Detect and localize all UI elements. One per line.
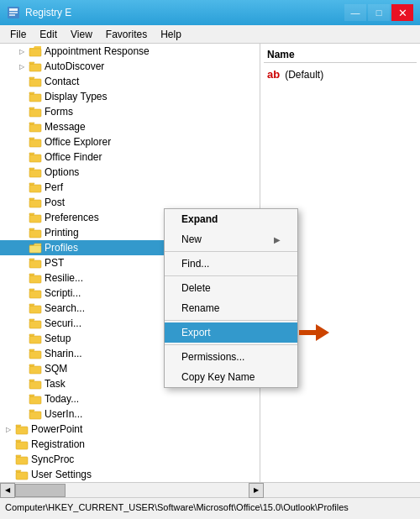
svg-rect-25 <box>29 366 41 374</box>
folder-icon <box>29 45 42 57</box>
expand-icon: ▷ <box>17 61 27 71</box>
svg-rect-7 <box>29 94 41 102</box>
svg-rect-3 <box>9 14 15 16</box>
tree-item-user-settings[interactable]: ▷ User Settings <box>0 467 260 482</box>
folder-icon <box>15 438 29 450</box>
svg-rect-9 <box>29 124 41 132</box>
folder-icon <box>29 348 42 359</box>
expand-icon: ▷ <box>17 46 27 56</box>
submenu-arrow: ▶ <box>274 235 281 244</box>
status-text: Computer\HKEY_CURRENT_USER\Software\Micr… <box>5 502 349 512</box>
minimize-button[interactable]: — <box>344 4 366 21</box>
tree-item-office-explorer[interactable]: ▷ Office Explorer <box>0 134 260 149</box>
svg-rect-8 <box>29 109 41 117</box>
tree-item-contact[interactable]: ▷ Contact <box>0 74 260 89</box>
folder-icon <box>29 257 42 269</box>
folder-icon <box>29 60 42 72</box>
title-text: Registry E <box>25 7 71 18</box>
title-bar-left: Registry E <box>7 6 71 19</box>
scroll-left-btn[interactable]: ◀ <box>0 483 15 498</box>
svg-rect-19 <box>29 275 41 283</box>
svg-rect-31 <box>16 457 28 464</box>
folder-icon <box>29 121 42 133</box>
svg-rect-13 <box>29 185 41 192</box>
svg-rect-15 <box>29 215 41 223</box>
tree-item-message[interactable]: ▷ Message <box>0 119 260 134</box>
folder-icon <box>29 272 42 284</box>
right-panel-header: Name <box>264 47 417 63</box>
folder-icon <box>29 181 42 193</box>
tree-label: Registration <box>31 438 85 450</box>
tree-label: Printing <box>45 227 79 239</box>
ctx-item-new[interactable]: New ▶ <box>165 229 297 249</box>
folder-icon <box>29 91 42 102</box>
menu-file[interactable]: File <box>3 27 33 42</box>
tree-label-profiles: Profiles <box>45 242 78 254</box>
tree-item-forms[interactable]: ▷ Forms <box>0 104 260 119</box>
tree-item-registration[interactable]: ▷ Registration <box>0 437 260 452</box>
svg-rect-5 <box>29 64 41 71</box>
tree-label: Perf <box>45 181 63 193</box>
folder-icon <box>15 469 29 480</box>
tree-item-today[interactable]: ▷ Today... <box>0 391 260 406</box>
ctx-separator-1 <box>165 251 297 252</box>
app-icon <box>7 6 20 19</box>
tree-item-autodiscover[interactable]: ▷ AutoDiscover <box>0 59 260 74</box>
tree-item-userinfo[interactable]: ▷ UserIn... <box>0 406 260 422</box>
svg-rect-23 <box>29 336 41 343</box>
tree-label: Resilie... <box>45 272 83 284</box>
svg-rect-18 <box>29 260 41 268</box>
menu-help[interactable]: Help <box>154 27 188 42</box>
tree-label: Post <box>45 197 65 208</box>
ctx-item-copy-key-name[interactable]: Copy Key Name <box>165 367 297 387</box>
tree-label: Today... <box>45 393 79 405</box>
tree-item-appointment[interactable]: ▷ Appointment Response <box>0 44 260 59</box>
folder-icon <box>29 333 42 344</box>
expand-icon: ▷ <box>3 424 13 434</box>
tree-label: SQM <box>45 363 67 375</box>
tree-label: Preferences <box>45 212 99 223</box>
tree-item-office-finder[interactable]: ▷ Office Finder <box>0 149 260 165</box>
ctx-item-rename[interactable]: Rename <box>165 298 297 318</box>
folder-icon <box>29 166 42 178</box>
tree-item-display-types[interactable]: ▷ Display Types <box>0 89 260 104</box>
folder-icon <box>29 136 42 148</box>
registry-value-icon: ab <box>267 68 280 81</box>
folder-icon <box>29 76 42 87</box>
tree-item-powerpoint[interactable]: ▷ PowerPoint <box>0 422 260 437</box>
menu-edit[interactable]: Edit <box>33 27 64 42</box>
export-arrow-icon <box>299 324 329 341</box>
menu-view[interactable]: View <box>64 27 99 42</box>
ctx-item-permissions[interactable]: Permissions... <box>165 347 297 367</box>
registry-value-name: (Default) <box>285 69 323 81</box>
tree-label: Forms <box>45 106 73 118</box>
svg-rect-21 <box>29 306 41 313</box>
ctx-item-expand[interactable]: Expand <box>165 209 297 229</box>
folder-icon-open <box>29 242 42 254</box>
tree-label: UserIn... <box>45 408 82 420</box>
tree-label: Task <box>45 378 66 390</box>
ctx-item-find[interactable]: Find... <box>165 254 297 274</box>
svg-rect-20 <box>29 291 41 298</box>
svg-rect-32 <box>16 472 28 480</box>
context-menu: Expand New ▶ Find... Delete Rename Expor… <box>164 208 298 388</box>
svg-rect-10 <box>29 139 41 147</box>
svg-rect-28 <box>29 412 41 419</box>
menu-favorites[interactable]: Favorites <box>99 27 154 42</box>
ctx-item-export[interactable]: Export <box>165 322 297 343</box>
tree-label: Appointment Response <box>45 45 150 57</box>
folder-icon <box>15 453 29 465</box>
close-button[interactable]: ✕ <box>391 4 413 21</box>
tree-item-syncproc[interactable]: ▷ SyncProc <box>0 452 260 467</box>
title-bar: Registry E — □ ✕ <box>0 0 420 25</box>
horizontal-scrollbar[interactable]: ◀ ▶ <box>0 482 420 497</box>
maximize-button[interactable]: □ <box>368 4 390 21</box>
ctx-separator-3 <box>165 320 297 321</box>
menu-bar: File Edit View Favorites Help <box>0 25 420 44</box>
tree-item-perf[interactable]: ▷ Perf <box>0 180 260 195</box>
scroll-thumb-h[interactable] <box>15 484 66 497</box>
scroll-right-btn[interactable]: ▶ <box>249 483 264 498</box>
tree-item-options[interactable]: ▷ Options <box>0 165 260 180</box>
ctx-item-delete[interactable]: Delete <box>165 278 297 298</box>
tree-label: AutoDiscover <box>45 60 104 72</box>
